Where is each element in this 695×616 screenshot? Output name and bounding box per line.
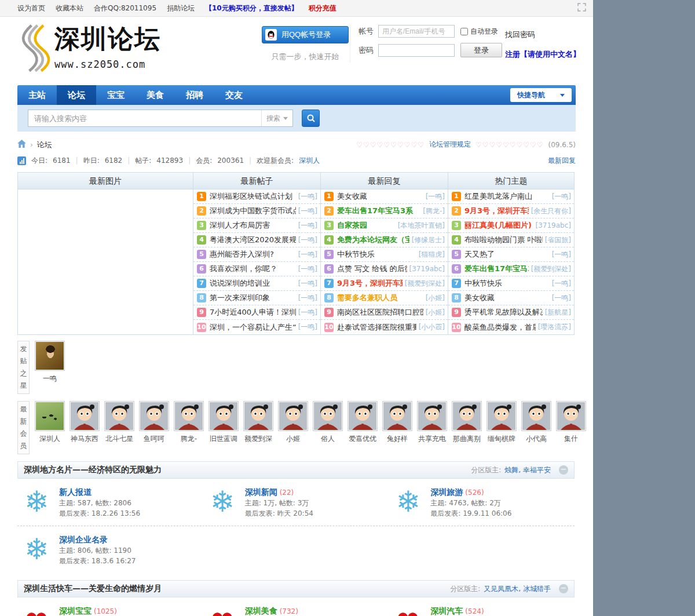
topic-link[interactable]: 9月3号，深圳开车到	[337, 278, 403, 289]
topic-link[interactable]: 9月3号，深圳开车到	[464, 206, 529, 216]
topic-author-link[interactable]: [一鸣]	[298, 322, 317, 332]
topic-link[interactable]: 天又热了	[464, 249, 550, 260]
member-card[interactable]: 集什	[555, 401, 587, 454]
topic-author-link[interactable]: [小小霞]	[419, 322, 445, 332]
nav-item-宝宝[interactable]: 宝宝	[96, 85, 136, 105]
topic-link[interactable]: 说说深圳的培训业	[210, 278, 296, 289]
topic-author-link[interactable]: [一鸣]	[298, 206, 317, 216]
member-card[interactable]: 额爱到深	[243, 401, 274, 454]
forum-rules-link[interactable]: 论坛管理规定	[429, 140, 471, 150]
member-name[interactable]: 那曲离别	[451, 434, 482, 444]
member-card[interactable]: 兔好样	[382, 401, 413, 454]
topbar-link[interactable]: 合作QQ:82011095	[94, 3, 156, 13]
member-name[interactable]: 旧世蓝调	[208, 434, 239, 444]
search-input[interactable]	[28, 111, 261, 126]
quick-nav-button[interactable]: 快捷导航	[510, 88, 572, 102]
member-card[interactable]: 旧世蓝调	[208, 401, 239, 454]
topic-author-link[interactable]: [小姬]	[426, 308, 445, 318]
forum-last-post[interactable]: 最后发表: 18.3.6 16:27	[59, 556, 136, 566]
topic-author-link[interactable]: [一鸣]	[298, 235, 317, 245]
topic-author-link[interactable]: [小姬]	[426, 293, 445, 303]
home-icon[interactable]	[17, 140, 26, 150]
topic-link[interactable]: 深圳，一个容易让人产生“幸	[210, 322, 296, 333]
topic-author-link[interactable]: [一鸣]	[298, 279, 317, 289]
topic-link[interactable]: 中秋节快乐	[464, 278, 550, 289]
topbar-link[interactable]: 收藏本站	[56, 3, 83, 13]
topic-link[interactable]: 我喜欢深圳，你呢？	[210, 264, 296, 274]
member-name[interactable]: 兔好样	[382, 434, 413, 444]
topic-author-link[interactable]: [本地茶叶直销]	[398, 221, 445, 231]
posting-star-card[interactable]: 一鸣	[34, 341, 65, 394]
topic-link[interactable]: 丽江真美(几幅图片)	[464, 220, 533, 231]
member-card[interactable]: 小代高	[521, 401, 552, 454]
site-logo[interactable]: 深圳论坛 www.sz2050.com	[17, 23, 161, 76]
nav-item-交友[interactable]: 交友	[214, 85, 254, 105]
topic-link[interactable]: 中秋节快乐	[337, 249, 416, 260]
breadcrumb-current[interactable]: 论坛	[37, 140, 52, 150]
member-card[interactable]: 北斗七星	[104, 401, 135, 454]
member-name[interactable]: 腾龙-	[173, 434, 204, 444]
member-card[interactable]: 共享充电	[416, 401, 448, 454]
member-card[interactable]: 腾龙-	[173, 401, 204, 454]
member-name[interactable]: 鱼呵呵	[138, 434, 170, 444]
member-name[interactable]: 小代高	[521, 434, 552, 444]
member-card[interactable]: 小姬	[277, 401, 309, 454]
member-card[interactable]: 那曲离别	[451, 401, 482, 454]
member-name[interactable]: 缅甸棋牌	[486, 434, 517, 444]
topic-author-link[interactable]: [3719abc]	[536, 221, 571, 229]
fullscreen-icon[interactable]	[577, 3, 586, 13]
topic-author-link[interactable]: [腾龙-]	[423, 206, 445, 216]
member-card[interactable]: 深圳人	[34, 401, 65, 454]
section-title[interactable]: 深圳地方名片——经济特区的无限魅力	[24, 465, 162, 475]
member-name[interactable]: 额爱到深	[243, 434, 274, 444]
topic-link[interactable]: 第一次来深圳印象	[210, 293, 296, 303]
topic-author-link[interactable]: [一鸣]	[298, 293, 317, 303]
topic-link[interactable]: 美女收藏	[464, 293, 550, 303]
topic-link[interactable]: 赴泰试管选择医院很重要	[337, 322, 416, 333]
moderator-links[interactable]: 烛舞, 幸福平安	[504, 465, 551, 475]
topic-author-link[interactable]: [一鸣]	[298, 221, 317, 231]
nav-item-美食[interactable]: 美食	[136, 85, 175, 105]
account-input[interactable]	[378, 25, 455, 38]
topic-author-link[interactable]: [省国旅]	[545, 235, 571, 245]
member-name[interactable]: 共享充电	[416, 434, 448, 444]
forum-last-post[interactable]: 最后发表: 19.9.11 06:06	[430, 508, 511, 519]
topic-link[interactable]: 红星美凯龙落户南山	[464, 191, 550, 202]
topic-author-link[interactable]: [一鸣]	[552, 250, 571, 260]
member-name[interactable]: 神马东西	[69, 434, 100, 444]
topic-author-link[interactable]: [一鸣]	[552, 192, 571, 202]
forum-last-post[interactable]: 最后发表: 昨天 20:54	[245, 508, 313, 519]
topic-link[interactable]: 免费为本论坛网友（宝	[337, 235, 409, 245]
topic-link[interactable]: 布啦啦动物园门票 卟啦啦	[464, 235, 543, 245]
topic-author-link[interactable]: [新航星]	[545, 308, 571, 318]
collapse-icon[interactable]: −	[559, 465, 568, 475]
qq-login-button[interactable]: 用QQ帐号登录	[262, 26, 349, 43]
newest-member-link[interactable]: 深圳人	[299, 156, 320, 166]
member-card[interactable]: 爱嘉优优	[347, 401, 378, 454]
search-button[interactable]	[302, 110, 320, 127]
topic-author-link[interactable]: [一鸣]	[298, 308, 317, 318]
topic-link[interactable]: 7小时近400人申请！深圳首批	[210, 307, 296, 318]
member-name[interactable]: 深圳人	[34, 434, 65, 444]
topic-author-link[interactable]: [一鸣]	[426, 192, 445, 202]
forum-link[interactable]: 深圳新闻	[245, 487, 277, 497]
topic-link[interactable]: 酸菜鱼品类爆发，首届	[464, 322, 536, 333]
forum-link[interactable]: 深圳企业名录	[59, 535, 108, 544]
topic-link[interactable]: 南岗区社区医院招聘口腔医	[337, 307, 423, 318]
topic-link[interactable]: 爱车出售17年宝马3系	[337, 206, 420, 216]
topic-author-link[interactable]: [一鸣]	[552, 293, 571, 303]
section-title[interactable]: 深圳生活快车——关爱生命的燃情岁月	[24, 584, 162, 594]
topic-author-link[interactable]: [一鸣]	[298, 264, 317, 274]
topic-author-link[interactable]: [余生只有你]	[531, 206, 571, 216]
topic-link[interactable]: 粤港澳大湾区2020发展规划	[210, 235, 296, 245]
topic-link[interactable]: 深圳成为中国数字货币试点	[210, 206, 296, 216]
topic-link[interactable]: 烫平机常见故障以及解决	[464, 307, 543, 318]
topic-link[interactable]: 点赞 写文 给钱 的后微	[337, 264, 407, 274]
topic-link[interactable]: 深圳人才布局厉害	[210, 220, 296, 231]
member-card[interactable]: 缅甸棋牌	[486, 401, 517, 454]
topbar-link[interactable]: 捐助论坛	[167, 3, 195, 13]
member-card[interactable]: 神马东西	[69, 401, 100, 454]
member-name[interactable]: 小姬	[277, 434, 309, 444]
auto-login-checkbox[interactable]	[460, 28, 468, 35]
topic-link[interactable]: 惠州能否并入深圳?	[210, 249, 296, 260]
